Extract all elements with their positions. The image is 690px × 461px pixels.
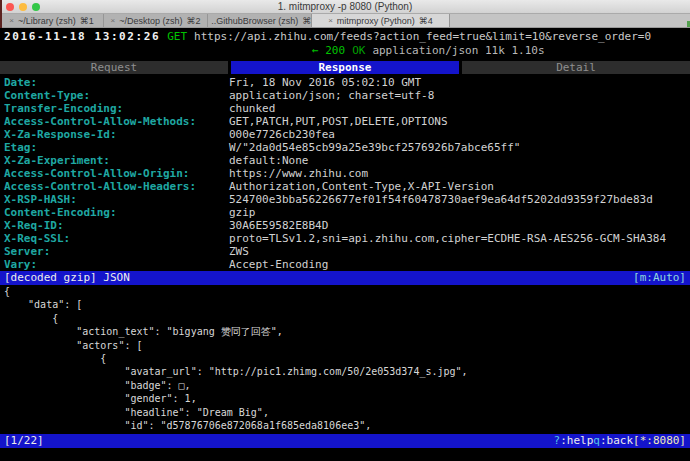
header-row: Vary:Accept-Encoding — [0, 258, 690, 271]
json-line: "action_text": "bigyang 赞同了回答", — [4, 325, 690, 338]
status-bar: [1/22] ?:helpq:back[*:8080] — [0, 434, 690, 448]
response-status-code: ← 200 — [312, 44, 345, 57]
header-value: default:None — [229, 154, 308, 167]
json-line: "data": [ — [4, 298, 690, 311]
json-line: "actors": [ — [4, 339, 690, 352]
response-meta: application/json 11k 1.10s — [372, 44, 544, 57]
json-line: "headline": "Dream Big", — [4, 406, 690, 419]
header-row: Access-Control-Allow-Origin:https://www.… — [0, 167, 690, 180]
back-key[interactable]: q — [593, 434, 600, 447]
header-value: ZWS — [229, 245, 249, 258]
header-value: Authorization,Content-Type,X-API-Version — [229, 180, 494, 193]
header-key: Etag: — [0, 141, 229, 154]
header-row: Content-Encoding:gzip — [0, 206, 690, 219]
flow-view-tabs: Request Response Detail — [0, 61, 690, 74]
tab-shortcut: ⌘3 — [302, 16, 312, 26]
terminal-tab-githubbrowser[interactable]: × ..GithubBrowser (zsh) ⌘3 — [208, 14, 312, 27]
tab-bar-filler — [450, 14, 690, 27]
json-line: "avatar_url": "http://pic1.zhimg.com/50/… — [4, 365, 690, 378]
close-tab-icon[interactable]: × — [9, 16, 14, 25]
header-value: https://www.zhihu.com — [229, 167, 368, 180]
tab-label: ..GithubBrowser (zsh) — [211, 16, 298, 26]
json-line: "gender": 1, — [4, 392, 690, 405]
header-row: X-Req-SSL:proto=TLSv1.2,sni=api.zhihu.co… — [0, 232, 690, 245]
mitmproxy-screen: 2016-11-18 13:02:26GEThttps://api.zhihu.… — [0, 28, 690, 461]
header-key: Access-Control-Allow-Methods: — [0, 115, 229, 128]
header-row: Access-Control-Allow-Headers:Authorizati… — [0, 180, 690, 193]
terminal-tab-desktop[interactable]: × ~/Desktop (zsh) ⌘2 — [104, 14, 208, 27]
header-key: X-RSP-HASH: — [0, 193, 229, 206]
tab-shortcut: ⌘2 — [186, 16, 200, 26]
flow-method: GET — [167, 30, 187, 43]
header-key: X-Req-SSL: — [0, 232, 229, 245]
back-label: :back — [600, 434, 633, 447]
decoded-gzip-label: [decoded gzip] JSON — [4, 271, 130, 285]
tab-label: ~/Desktop (zsh) — [119, 16, 182, 26]
flow-url: https://api.zhihu.com/feeds?action_feed=… — [194, 30, 651, 43]
header-key: Access-Control-Allow-Headers: — [0, 180, 229, 193]
header-key: Server: — [0, 245, 229, 258]
header-value: W/"2da0d54e85cb99a25e39bcf2576926b7abce6… — [229, 141, 520, 154]
flow-timestamp: 2016-11-18 13:02:26 — [4, 30, 160, 43]
traffic-lights — [6, 3, 40, 11]
header-key: Content-Type: — [0, 89, 229, 102]
tab-shortcut: ⌘1 — [80, 16, 94, 26]
flow-position-indicator: [1/22] — [4, 434, 44, 448]
header-value: proto=TLSv1.2,sni=api.zhihu.com,cipher=E… — [229, 232, 666, 245]
listen-address: [*:8080] — [633, 434, 686, 447]
header-row: Content-Type:application/json; charset=u… — [0, 89, 690, 102]
header-row: Transfer-Encoding:chunked — [0, 102, 690, 115]
flow-response-line: ← 200OKapplication/json 11k 1.10s — [0, 44, 690, 58]
header-value: Fri, 18 Nov 2016 05:02:10 GMT — [229, 76, 421, 89]
header-row: X-Req-ID:30A6E59582E8B4D — [0, 219, 690, 232]
terminal-tab-bar: × ~/Library (zsh) ⌘1 × ~/Desktop (zsh) ⌘… — [0, 14, 690, 28]
header-row: Server:ZWS — [0, 245, 690, 258]
header-value: 30A6E59582E8B4D — [229, 219, 328, 232]
header-value: gzip — [229, 206, 256, 219]
response-headers: Date:Fri, 18 Nov 2016 05:02:10 GMT Conte… — [0, 76, 690, 271]
tab-response[interactable]: Response — [231, 61, 459, 74]
help-label: :help — [560, 434, 593, 447]
minimize-window-button[interactable] — [19, 3, 27, 11]
header-value: application/json; charset=utf-8 — [229, 89, 434, 102]
flow-summary-line[interactable]: 2016-11-18 13:02:26GEThttps://api.zhihu.… — [0, 30, 690, 44]
view-mode-indicator[interactable]: [m:Auto] — [633, 271, 686, 285]
header-value: GET,PATCH,PUT,POST,DELETE,OPTIONS — [229, 115, 448, 128]
header-value: chunked — [229, 102, 275, 115]
shortcut-hints: ?:helpq:back[*:8080] — [554, 434, 686, 448]
header-row: X-Za-Experiment:default:None — [0, 154, 690, 167]
header-key: Vary: — [0, 258, 229, 271]
terminal-tab-mitmproxy[interactable]: × mitmproxy (Python) ⌘4 — [312, 14, 450, 27]
close-window-button[interactable] — [6, 3, 14, 11]
terminal-tab-library[interactable]: × ~/Library (zsh) ⌘1 — [0, 14, 104, 27]
header-key: X-Za-Response-Id: — [0, 128, 229, 141]
header-value: 524700e3bba56226677ef01f54f60478730aef9e… — [229, 193, 653, 206]
json-line: "id": "d57876706e872068a1f685eda8106ee3"… — [4, 419, 690, 432]
header-key: Transfer-Encoding: — [0, 102, 229, 115]
header-value: 000e7726cb230fea — [229, 128, 335, 141]
window-title: 1. mitmproxy -p 8080 (Python) — [0, 0, 690, 13]
header-row: X-RSP-HASH:524700e3bba56226677ef01f54f60… — [0, 193, 690, 206]
edge-artifact — [0, 0, 2, 28]
terminal-window: 1. mitmproxy -p 8080 (Python) × ~/Librar… — [0, 0, 690, 461]
response-body-json[interactable]: { "data": [ { "action_text": "bigyang 赞同… — [0, 285, 690, 432]
tab-request[interactable]: Request — [0, 61, 228, 74]
tab-detail[interactable]: Detail — [462, 61, 690, 74]
json-line: "badge": □, — [4, 379, 690, 392]
zoom-window-button[interactable] — [32, 3, 40, 11]
header-key: X-Za-Experiment: — [0, 154, 229, 167]
tab-label: ~/Library (zsh) — [18, 16, 76, 26]
header-row: Access-Control-Allow-Methods:GET,PATCH,P… — [0, 115, 690, 128]
header-key: Access-Control-Allow-Origin: — [0, 167, 229, 180]
header-row: X-Za-Response-Id:000e7726cb230fea — [0, 128, 690, 141]
header-key: X-Req-ID: — [0, 219, 229, 232]
response-status-reason: OK — [352, 44, 365, 57]
content-view-bar: [decoded gzip] JSON [m:Auto] — [0, 271, 690, 285]
close-tab-icon[interactable]: × — [111, 16, 116, 25]
titlebar: 1. mitmproxy -p 8080 (Python) — [0, 0, 690, 14]
close-tab-icon[interactable]: × — [328, 16, 333, 25]
header-key: Date: — [0, 76, 229, 89]
header-key: Content-Encoding: — [0, 206, 229, 219]
json-line: { — [4, 312, 690, 325]
header-row: Date:Fri, 18 Nov 2016 05:02:10 GMT — [0, 76, 690, 89]
